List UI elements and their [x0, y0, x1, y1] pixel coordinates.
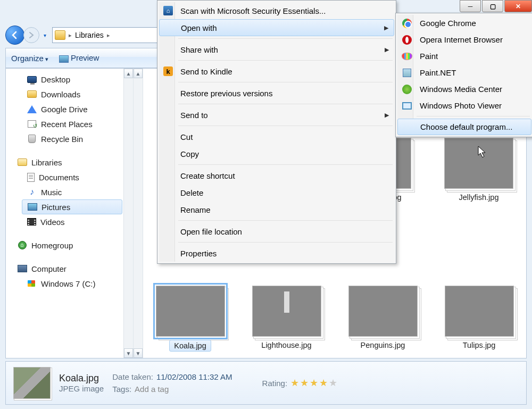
menu-separator [178, 82, 393, 82]
thumbnail-image [156, 286, 225, 337]
mouse-cursor-icon [478, 146, 488, 160]
sidebar-item-google-drive[interactable]: Google Drive [6, 102, 133, 116]
submenu-item-opera-internet-browser[interactable]: Opera Internet Browser [397, 31, 531, 48]
menu-item-label: Properties [180, 249, 217, 258]
breadcrumb-segment[interactable]: Libraries [75, 31, 104, 39]
menu-item-label: Send to [180, 111, 208, 120]
date-taken-value[interactable]: 11/02/2008 11:32 AM [156, 372, 232, 381]
scroll-up-icon[interactable]: ▲ [134, 69, 143, 78]
details-filetype: JPEG image [59, 384, 104, 393]
sidebar-group-computer[interactable]: Computer [6, 261, 133, 276]
wpv-icon [402, 101, 412, 111]
preview-button[interactable]: Preview [59, 53, 99, 62]
sidebar-item-label: Music [41, 188, 62, 197]
scroll-down-icon[interactable]: ▼ [134, 348, 143, 358]
menu-item-properties[interactable]: Properties [159, 245, 394, 262]
thumbnail-image [348, 286, 418, 337]
breadcrumb-separator: ▸ [106, 32, 111, 39]
menu-item-copy[interactable]: Copy [159, 145, 394, 162]
sidebar-item-videos[interactable]: Videos [6, 214, 133, 229]
menu-item-create-shortcut[interactable]: Create shortcut [159, 167, 394, 184]
submenu-item-paint[interactable]: Paint [397, 48, 531, 64]
close-button[interactable]: ✕ [504, 0, 532, 12]
menu-item-label: Open file location [180, 227, 242, 236]
menu-separator [178, 242, 393, 243]
minimize-button[interactable]: ─ [460, 0, 481, 12]
sidebar-item-label: Recycle Bin [41, 135, 83, 144]
menu-separator [178, 38, 393, 39]
file-thumbnail[interactable]: Tulips.jpg [438, 286, 520, 352]
back-button[interactable] [5, 26, 24, 45]
sidebar-group-libraries[interactable]: Libraries [6, 155, 133, 170]
menu-item-open-file-location[interactable]: Open file location [159, 223, 394, 240]
file-name-label: Koala.jpg [169, 340, 211, 352]
close-icon: ✕ [516, 3, 521, 10]
menu-item-open-with[interactable]: Open with▶ [159, 19, 394, 36]
window-controls: ─ ▢ ✕ [459, 0, 532, 14]
homegroup-icon [18, 241, 27, 249]
tags-value[interactable]: Add a tag [135, 385, 169, 394]
forward-button[interactable] [23, 27, 39, 43]
menu-item-label: Create shortcut [180, 171, 235, 180]
sidebar-item-music[interactable]: Music [6, 185, 133, 199]
submenu-item-choose-default[interactable]: Choose default program... [397, 119, 531, 135]
pics-icon [28, 203, 37, 211]
menu-item-share-with[interactable]: Share with▶ [159, 41, 394, 58]
submenu-item-label: Opera Internet Browser [420, 35, 503, 44]
sidebar-group-homegroup[interactable]: Homegroup [6, 238, 133, 253]
menu-item-rename[interactable]: Rename [159, 201, 394, 218]
sidebar-item-downloads[interactable]: Downloads [6, 87, 133, 102]
gdrive-icon [27, 105, 37, 113]
submenu-arrow-icon: ▶ [385, 112, 389, 119]
organize-button[interactable]: Organize [11, 54, 48, 63]
file-thumbnail[interactable]: Koala.jpg [149, 286, 231, 352]
date-taken-label: Date taken: [112, 372, 153, 381]
scroll-down-icon[interactable]: ▼ [124, 348, 133, 358]
nav-history-dropdown[interactable]: ▾ [40, 30, 49, 40]
menu-item-scan-with-microsoft-security-essentials[interactable]: Scan with Microsoft Security Essentials.… [159, 2, 394, 19]
security-shield-icon [163, 6, 173, 15]
submenu-arrow-icon: ▶ [384, 24, 388, 31]
sidebar-item-documents[interactable]: Documents [6, 170, 133, 185]
menu-item-cut[interactable]: Cut [159, 128, 394, 145]
file-name-label: Tulips.jpg [459, 340, 500, 350]
kindle-icon: k [163, 66, 173, 76]
details-pane: Koala.jpg JPEG image Date taken: 11/02/2… [5, 361, 527, 405]
submenu-item-windows-photo-viewer[interactable]: Windows Photo Viewer [397, 97, 531, 114]
menu-separator [178, 126, 393, 126]
sidebar-item-recycle-bin[interactable]: Recycle Bin [6, 131, 133, 146]
sidebar-item-pictures[interactable]: Pictures [22, 199, 122, 214]
submenu-item-google-chrome[interactable]: Google Chrome [397, 15, 531, 31]
sidebar-item-label: Videos [40, 218, 65, 227]
content-scrollbar[interactable]: ▲ ▼ [134, 69, 143, 358]
back-arrow-icon [10, 30, 20, 40]
sidebar-item-drive[interactable]: Windows 7 (C:) [6, 276, 133, 291]
rating-label: Rating: [262, 379, 288, 388]
open-with-submenu: Google ChromeOpera Internet BrowserPaint… [395, 13, 532, 137]
thumbnail-image [445, 286, 514, 337]
recycle-icon [28, 135, 36, 143]
sidebar-item-recent-places[interactable]: Recent Places [6, 116, 133, 131]
preview-icon [59, 55, 69, 63]
menu-item-send-to[interactable]: Send to▶ [159, 106, 394, 123]
submenu-item-windows-media-center[interactable]: Windows Media Center [397, 81, 531, 97]
monitor-icon [27, 76, 37, 83]
file-thumbnail[interactable]: Lighthouse.jpg [246, 286, 327, 352]
file-thumbnail[interactable]: Penguins.jpg [342, 286, 423, 352]
maximize-button[interactable]: ▢ [482, 0, 503, 12]
menu-item-restore-previous-versions[interactable]: Restore previous versions [159, 85, 394, 102]
menu-item-delete[interactable]: Delete [159, 184, 394, 201]
menu-item-label: Scan with Microsoft Security Essentials.… [180, 6, 326, 15]
menu-separator [178, 220, 393, 221]
music-icon [27, 187, 37, 197]
navigation-pane: DesktopDownloadsGoogle DriveRecent Place… [6, 69, 134, 358]
submenu-item-label: Paint [420, 52, 438, 61]
menu-item-label: Rename [180, 205, 211, 214]
menu-item-send-to-kindle[interactable]: kSend to Kindle [159, 63, 394, 80]
sidebar-item-desktop[interactable]: Desktop [6, 72, 133, 87]
videos-icon [27, 218, 36, 226]
submenu-item-paint-net[interactable]: Paint.NET [397, 64, 531, 81]
scroll-up-icon[interactable]: ▲ [124, 69, 133, 78]
sidebar-scrollbar[interactable]: ▲ ▼ [123, 69, 133, 358]
rating-stars[interactable]: ★★★★★ [290, 377, 338, 389]
